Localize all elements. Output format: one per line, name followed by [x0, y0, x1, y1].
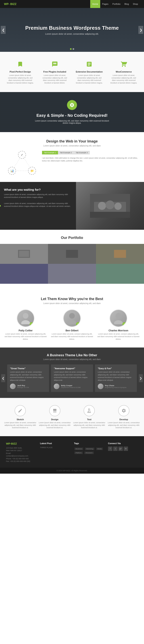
nav-logo: WP-BIZZ — [4, 2, 16, 6]
portfolio-overlay-1 — [0, 244, 48, 264]
team-desc-3: Lorem ipsum dolor sit amet, consect adip… — [97, 333, 140, 340]
portfolio-title: Our Portfolio — [0, 236, 144, 240]
footer-tag-media[interactable]: Media — [96, 448, 103, 450]
footer-post-link-1[interactable]: THREE PLACE — [40, 446, 70, 448]
waiting-title: What are you waiting for? — [4, 188, 72, 191]
team-section: Let Them Know Why you're the Best Lorem … — [0, 290, 144, 348]
footer-col-tags: Tags Business Marketing Media Platform R… — [74, 442, 104, 464]
author-name-1: Jack Roy — [17, 384, 29, 386]
testimonial-1-text: Lorem ipsum dolor sit amet, consectetur … — [10, 371, 46, 382]
svg-point-14 — [21, 320, 30, 324]
tab-example-3[interactable]: Tab Example 3 — [74, 151, 90, 154]
hero-prev-button[interactable]: ❮ — [1, 26, 6, 34]
author-info-1: Jack Roy Manager at CTA — [17, 384, 29, 388]
waiting-desc: Lorem ipsum dolor sit amet, consectetur … — [4, 193, 72, 199]
testimonials-next-button[interactable]: ❯ — [139, 374, 143, 382]
tool-sketch: Sketch Lorem ipsum dolor sit amet, conse… — [4, 405, 37, 429]
tool-design-desc: Lorem ipsum dolor sit amet, consectetur … — [39, 422, 71, 429]
footer-logo: WP-BIZZ — [6, 442, 36, 445]
svg-rect-8 — [90, 212, 130, 218]
feature-docs-title: Extensive Documentation — [75, 70, 104, 73]
tool-code-icon-wrap — [118, 405, 129, 416]
design-web-title: Design the Web in Your Image — [6, 139, 138, 144]
pencil-icon — [18, 408, 23, 413]
svg-point-16 — [67, 320, 77, 324]
testimonial-1: "Great Theme" Lorem ipsum dolor sit amet… — [7, 364, 49, 392]
parallax-desc: Lorem ipsum consectetur adipiscing elit,… — [32, 120, 112, 124]
tool-develop: Develop Lorem ipsum dolor sit amet, cons… — [108, 405, 140, 429]
feature-plugins-title: Free Plugins Included — [41, 70, 69, 73]
tool-design: Design Lorem ipsum dolor sit amet, conse… — [39, 405, 71, 429]
feature-woo: WooCommerce Lorem ipsum dolor sit amet, … — [108, 58, 140, 86]
portfolio-placeholder-4 — [0, 264, 48, 284]
portfolio-item-4[interactable] — [0, 264, 48, 284]
portfolio-placeholder-2 — [48, 244, 96, 264]
tool-develop-name: Develop — [108, 418, 140, 421]
footer-posts-title: Latest Post — [40, 442, 70, 444]
design-tabs-content: Tab Example 1 Tab Example 2 Tab Example … — [42, 151, 138, 162]
svg-point-17 — [116, 313, 121, 318]
feature-pixel-title: Pixel-Perfect Design — [6, 70, 35, 73]
social-googleplus[interactable]: g+ — [118, 446, 123, 451]
portfolio-item-3[interactable] — [96, 244, 144, 264]
nav-shop[interactable]: Shop — [131, 0, 140, 8]
social-twitter[interactable]: t — [113, 446, 118, 451]
footer-tag-marketing[interactable]: Marketing — [85, 448, 94, 450]
waiting-illustration — [90, 194, 130, 218]
svg-point-13 — [23, 313, 28, 318]
portfolio-item-6[interactable] — [96, 264, 144, 284]
footer-tag-platform[interactable]: Platform — [75, 452, 83, 454]
portfolio-item-1[interactable] — [0, 244, 48, 264]
team-badge-1: ✎ — [30, 322, 34, 326]
feature-book-icon — [85, 60, 94, 68]
portfolio-item-2[interactable] — [48, 244, 96, 264]
footer-tag-research[interactable]: Research — [84, 452, 94, 454]
diagram-circle-chart: 📊 — [8, 167, 16, 175]
business-section: A Business Theme Like No Other Lorem ips… — [0, 348, 144, 398]
footer-tags-title: Tags — [74, 442, 104, 444]
tabs-row: Tab Example 1 Tab Example 2 Tab Example … — [42, 151, 138, 154]
portfolio-placeholder-5 — [48, 264, 96, 284]
tab-content-text: I am text block. Click edit button to ch… — [42, 157, 138, 162]
hero-dots — [70, 48, 74, 50]
svg-point-15 — [69, 313, 75, 318]
footer-tag-business[interactable]: Business — [75, 448, 83, 450]
code-icon — [121, 408, 126, 413]
design-web-subtitle: Lorem ipsum dolor sit amet, consectetur … — [6, 145, 138, 147]
nav-home[interactable]: Home — [90, 0, 100, 8]
author-role-2: Department Head at SCIBE — [61, 386, 81, 388]
footer-col-posts: Latest Post THREE PLACE — [40, 442, 70, 464]
testimonials-prev-button[interactable]: ❮ — [1, 374, 5, 382]
svg-point-5 — [98, 202, 106, 210]
team-name-2: Ben Gilbert — [50, 329, 94, 332]
nav-portfolio[interactable]: Portfolio — [110, 0, 122, 8]
author-role-1: Manager at CTA — [17, 386, 29, 388]
business-title: A Business Theme Like No Other — [4, 354, 140, 357]
hero-dot-2[interactable] — [73, 48, 74, 50]
footer-connect-title: Connect Via — [108, 442, 138, 444]
social-linkedin[interactable]: in — [124, 446, 128, 451]
nav-blog[interactable]: Blog — [122, 0, 131, 8]
team-avatar-3: ✎ — [109, 309, 127, 327]
hero-dot-1[interactable] — [70, 48, 71, 50]
svg-point-18 — [114, 320, 123, 324]
feature-cart-icon — [119, 60, 128, 68]
navbar: WP-BIZZ Home Pages Portfolio Blog Shop — [0, 0, 144, 8]
author-avatar-3 — [98, 384, 103, 389]
portfolio-item-5[interactable] — [48, 264, 96, 284]
tab-example-2[interactable]: Tab Example 2 — [58, 151, 74, 154]
hero-next-button[interactable]: ❯ — [138, 26, 143, 34]
nav-pages[interactable]: Pages — [100, 0, 110, 8]
team-name-1: Patty Collier — [4, 329, 47, 332]
waiting-section: What are you waiting for? Lorem ipsum do… — [0, 182, 144, 230]
footer-address: 123 East 45th Suite,New York NY 10017Ema… — [6, 447, 36, 463]
copyright-text: © 2024 WP-BIZZ. All Rights Reserved. — [57, 470, 88, 472]
feature-bookmark-icon — [16, 60, 25, 68]
social-facebook[interactable]: f — [108, 446, 112, 451]
waiting-extra: Lorem ipsum dolor sit amet, consectetur … — [4, 202, 72, 208]
author-avatar-2 — [54, 384, 59, 389]
footer-logo-wp: WP- — [6, 442, 11, 445]
tab-example-1[interactable]: Tab Example 1 — [42, 151, 58, 154]
tool-sketch-desc: Lorem ipsum dolor sit amet, consectetur … — [4, 422, 37, 429]
tool-test-desc: Lorem ipsum dolor sit amet, consectetur … — [73, 422, 106, 429]
